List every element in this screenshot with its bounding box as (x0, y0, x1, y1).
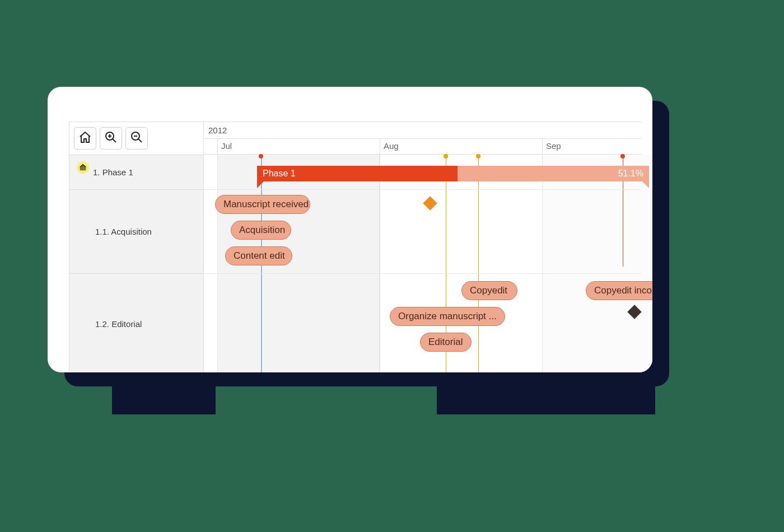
zoom-in-button[interactable] (100, 127, 122, 150)
month-aug: Aug (380, 139, 402, 155)
task-label: Manuscript received (223, 199, 309, 210)
year-label: 2012 (208, 125, 227, 135)
month-label: Aug (384, 141, 399, 151)
summary-remaining: 51.1% (458, 166, 649, 181)
row-header-acquisition[interactable]: 1.1. Acquisition (69, 189, 203, 273)
task-acquisition[interactable]: Acquisition (231, 221, 291, 240)
row-header-phase1[interactable]: 1. Phase 1 (69, 155, 203, 189)
month-label: Jul (221, 141, 232, 151)
row-label: 1. Phase 1 (93, 167, 133, 177)
gantt-card: 1. Phase 1 1.1. Acquisition 1.2. Editori… (48, 87, 652, 372)
grid-line (542, 155, 543, 372)
task-copyedit[interactable]: Copyedit (461, 281, 517, 300)
month-jul: Jul (217, 139, 235, 155)
milestone-dark-icon[interactable] (627, 305, 641, 319)
zoom-out-icon (130, 130, 143, 146)
task-list-column: 1. Phase 1 1.1. Acquisition 1.2. Editori… (69, 122, 204, 372)
task-organize-manuscript[interactable]: Organize manuscript ... (390, 307, 505, 326)
month-label: Sep (546, 141, 561, 151)
home-button[interactable] (74, 127, 96, 150)
task-content-edit[interactable]: Content edit (225, 246, 292, 265)
summary-percent: 51.1% (618, 169, 643, 179)
task-label: Content edit (234, 250, 285, 262)
month-header: Jul Aug Sep (204, 139, 641, 155)
month-sep: Sep (542, 139, 564, 155)
marker-dot (620, 154, 625, 158)
summary-progress: Phase 1 (257, 166, 458, 181)
task-label: Editorial (428, 337, 463, 348)
expand-toggle-icon[interactable] (76, 161, 90, 174)
task-editorial[interactable]: Editorial (420, 333, 472, 352)
task-label: Copyedit (470, 285, 507, 296)
row-divider (204, 273, 641, 274)
toolbar (74, 127, 148, 150)
grid-line (217, 155, 218, 372)
marker-dot (444, 154, 448, 158)
summary-bar-phase1[interactable]: Phase 1 51.1% (257, 166, 649, 181)
task-label: Acquisition (239, 225, 285, 236)
svg-line-1 (113, 139, 116, 142)
summary-label: Phase 1 (263, 169, 296, 179)
gantt-rows: Phase 1 51.1% Manuscript received Acqui (204, 155, 641, 372)
home-icon (78, 130, 92, 146)
row-label: 1.2. Editorial (77, 319, 142, 329)
marker-line-orange (478, 155, 479, 372)
summary-tail (642, 181, 649, 188)
shadow-leg (112, 375, 216, 414)
timeline-area: 2012 Jul Aug Sep (204, 122, 641, 372)
task-copyedit-incorp[interactable]: Copyedit incorp (586, 281, 652, 300)
marker-dot (259, 154, 263, 158)
marker-dot (476, 154, 480, 158)
shadow-leg (437, 375, 655, 414)
svg-line-5 (138, 139, 142, 142)
row-divider (204, 189, 641, 190)
grid-line (380, 155, 380, 372)
gantt-inner: 1. Phase 1 1.1. Acquisition 1.2. Editori… (69, 122, 641, 372)
milestone-orange-icon[interactable] (423, 196, 437, 210)
summary-tail (257, 181, 264, 188)
year-header: 2012 (204, 122, 641, 139)
summary-bar: Phase 1 51.1% (257, 166, 649, 181)
row-header-editorial[interactable]: 1.2. Editorial (69, 273, 203, 372)
zoom-out-button[interactable] (125, 127, 148, 150)
task-label: Organize manuscript ... (398, 311, 497, 322)
zoom-in-icon (104, 130, 118, 146)
row-label: 1.1. Acquisition (77, 227, 152, 236)
task-manuscript-received[interactable]: Manuscript received (215, 195, 310, 214)
task-label: Copyedit incorp (594, 285, 652, 296)
